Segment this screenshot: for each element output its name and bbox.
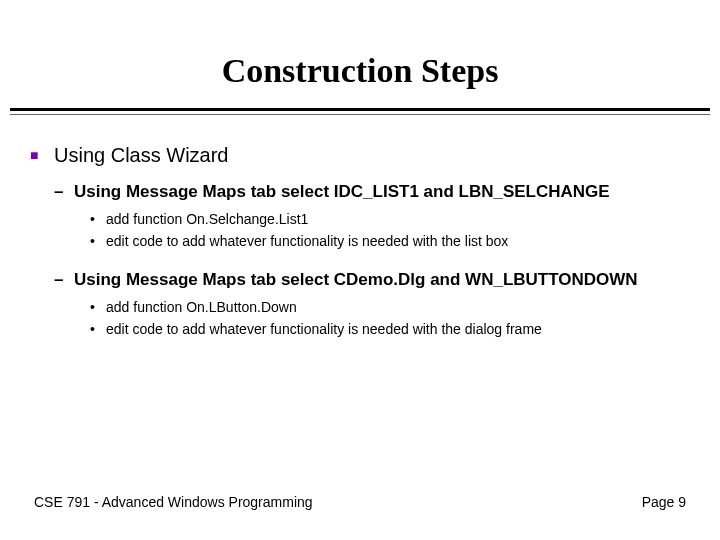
list-item: ■ Using Class Wizard [30, 143, 690, 167]
bullet-text: add function On.LButton.Down [106, 297, 297, 317]
slide-title: Construction Steps [0, 0, 720, 108]
bullet-text: edit code to add whatever functionality … [106, 319, 542, 339]
sublist: • add function On.Selchange.List1 • edit… [90, 209, 690, 251]
dot-icon: • [90, 209, 106, 229]
bullet-text: Using Message Maps tab select IDC_LIST1 … [74, 181, 610, 203]
dash-icon: – [54, 181, 74, 203]
list-item: – Using Message Maps tab select IDC_LIST… [54, 181, 690, 203]
list-item: • add function On.Selchange.List1 [90, 209, 690, 229]
bullet-text: add function On.Selchange.List1 [106, 209, 308, 229]
dot-icon: • [90, 297, 106, 317]
list-item: • edit code to add whatever functionalit… [90, 231, 690, 251]
dot-icon: • [90, 319, 106, 339]
list-item: • edit code to add whatever functionalit… [90, 319, 690, 339]
list-item: – Using Message Maps tab select CDemo.Dl… [54, 269, 690, 291]
footer-right: Page 9 [642, 494, 686, 510]
title-rule [10, 108, 710, 115]
slide: Construction Steps ■ Using Class Wizard … [0, 0, 720, 540]
bullet-text: Using Message Maps tab select CDemo.Dlg … [74, 269, 638, 291]
bullet-text: Using Class Wizard [54, 143, 228, 167]
bullet-icon: ■ [30, 143, 54, 167]
slide-body: ■ Using Class Wizard – Using Message Map… [0, 115, 720, 339]
bullet-text: edit code to add whatever functionality … [106, 231, 508, 251]
list-item: • add function On.LButton.Down [90, 297, 690, 317]
footer-left: CSE 791 - Advanced Windows Programming [34, 494, 313, 510]
dot-icon: • [90, 231, 106, 251]
footer: CSE 791 - Advanced Windows Programming P… [34, 494, 686, 510]
dash-icon: – [54, 269, 74, 291]
sublist: • add function On.LButton.Down • edit co… [90, 297, 690, 339]
